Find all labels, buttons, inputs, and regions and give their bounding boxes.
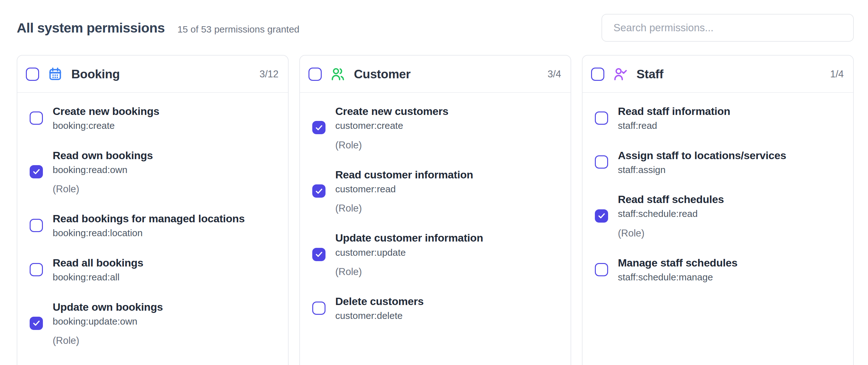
permission-checkbox[interactable] (30, 219, 43, 232)
permission-code: staff:read (618, 120, 730, 131)
check-icon (315, 187, 323, 195)
group-title: Customer (354, 67, 539, 81)
check-icon (32, 319, 41, 328)
permission-checkbox[interactable] (30, 165, 43, 178)
permission-checkbox[interactable] (30, 263, 43, 276)
permission-role-tag: (Role) (53, 335, 163, 346)
permission-label: Read customer information (335, 168, 473, 181)
permission-role-tag: (Role) (53, 184, 153, 195)
permission-item: Read staff schedules staff:schedule:read… (595, 193, 844, 239)
permission-code: booking:update:own (53, 316, 163, 327)
permission-code: customer:create (335, 120, 448, 131)
permission-label: Read own bookings (53, 149, 153, 162)
permission-list: Create new customers customer:create (Ro… (300, 93, 570, 334)
check-icon (597, 212, 606, 220)
permission-item: Create new bookings booking:create (30, 105, 279, 131)
group-title: Booking (71, 67, 251, 81)
permission-label: Assign staff to locations/services (618, 149, 786, 162)
permission-item: Read own bookings booking:read:own (Role… (30, 149, 279, 195)
permission-code: booking:read:own (53, 165, 153, 175)
calendar-icon (48, 67, 62, 81)
permission-checkbox[interactable] (312, 121, 326, 134)
permission-item: Update bookings for managed locations bo… (30, 364, 279, 365)
check-icon (32, 167, 41, 176)
permission-code: booking:read:all (53, 272, 144, 283)
permission-item: Create new customers customer:create (Ro… (312, 105, 561, 150)
group-select-checkbox[interactable] (26, 67, 39, 81)
permission-item: Read staff information staff:read (595, 105, 844, 131)
group-count: 3/12 (259, 68, 279, 80)
permission-checkbox[interactable] (595, 111, 608, 125)
group-count: 1/4 (830, 68, 844, 80)
search-input[interactable] (601, 14, 854, 42)
permission-checkbox[interactable] (312, 302, 326, 315)
permission-label: Read staff schedules (618, 193, 724, 205)
group-select-checkbox[interactable] (308, 67, 322, 81)
permission-label: Update bookings for managed locations (53, 364, 255, 365)
permission-label: Read all bookings (53, 256, 144, 269)
check-icon (315, 250, 323, 259)
permission-checkbox[interactable] (312, 248, 326, 261)
granted-summary: 15 of 53 permissions granted (177, 24, 299, 35)
permission-role-tag: (Role) (335, 140, 448, 150)
permission-checkbox[interactable] (30, 317, 43, 330)
permission-label: Manage staff schedules (618, 256, 737, 269)
user-check-icon (613, 67, 628, 81)
permission-item: Assign staff to locations/services staff… (595, 149, 844, 175)
permission-list: Create new bookings booking:create Read … (17, 93, 288, 365)
group-select-checkbox[interactable] (591, 67, 604, 81)
group-title: Staff (637, 67, 821, 81)
permission-code: staff:schedule:manage (618, 272, 737, 283)
permission-code: staff:assign (618, 165, 786, 175)
permission-code: customer:update (335, 247, 483, 258)
page-title: All system permissions (17, 20, 165, 36)
permission-label: Read staff information (618, 105, 730, 117)
permission-item: Read customer information customer:read … (312, 168, 561, 214)
permission-label: Update customer information (335, 231, 483, 244)
permission-item: Delete customers customer:delete (312, 295, 561, 321)
permission-code: customer:delete (335, 310, 424, 321)
group-header: Customer 3/4 (300, 56, 570, 93)
permission-item: Read bookings for managed locations book… (30, 212, 279, 239)
permission-code: customer:read (335, 184, 473, 195)
permission-item: Read all bookings booking:read:all (30, 256, 279, 283)
users-icon (331, 67, 345, 81)
permission-label: Read bookings for managed locations (53, 212, 245, 225)
permission-role-tag: (Role) (618, 228, 724, 239)
permission-checkbox[interactable] (595, 209, 608, 223)
permission-item: Update own bookings booking:update:own (… (30, 301, 279, 346)
permission-checkbox[interactable] (312, 185, 326, 198)
permission-list: Read staff information staff:read Assign… (583, 93, 853, 296)
permission-code: staff:schedule:read (618, 208, 724, 220)
permission-label: Create new bookings (53, 105, 159, 117)
permission-checkbox[interactable] (595, 263, 608, 276)
permission-code: booking:read:location (53, 228, 245, 239)
permission-label: Delete customers (335, 295, 424, 308)
group-header: Booking 3/12 (17, 56, 288, 93)
permission-role-tag: (Role) (335, 203, 473, 214)
permission-role-tag: (Role) (335, 266, 483, 277)
permission-item: Manage staff schedules staff:schedule:ma… (595, 256, 844, 283)
permission-code: booking:create (53, 120, 159, 131)
permission-checkbox[interactable] (30, 111, 43, 125)
topbar: All system permissions 15 of 53 permissi… (17, 12, 854, 43)
permission-label: Create new customers (335, 105, 448, 117)
permission-checkbox[interactable] (595, 156, 608, 169)
permission-group-card: Staff 1/4 Read staff information staff:r… (582, 55, 854, 365)
permission-groups-grid: Booking 3/12 Create new bookings booking… (17, 55, 854, 365)
permission-item: Update customer information customer:upd… (312, 231, 561, 277)
permissions-page: All system permissions 15 of 53 permissi… (0, 0, 868, 365)
check-icon (315, 123, 323, 132)
group-count: 3/4 (548, 68, 561, 80)
permission-group-card: Customer 3/4 Create new customers custom… (299, 55, 571, 365)
group-header: Staff 1/4 (583, 56, 853, 93)
permission-label: Update own bookings (53, 301, 163, 313)
permission-group-card: Booking 3/12 Create new bookings booking… (17, 55, 288, 365)
